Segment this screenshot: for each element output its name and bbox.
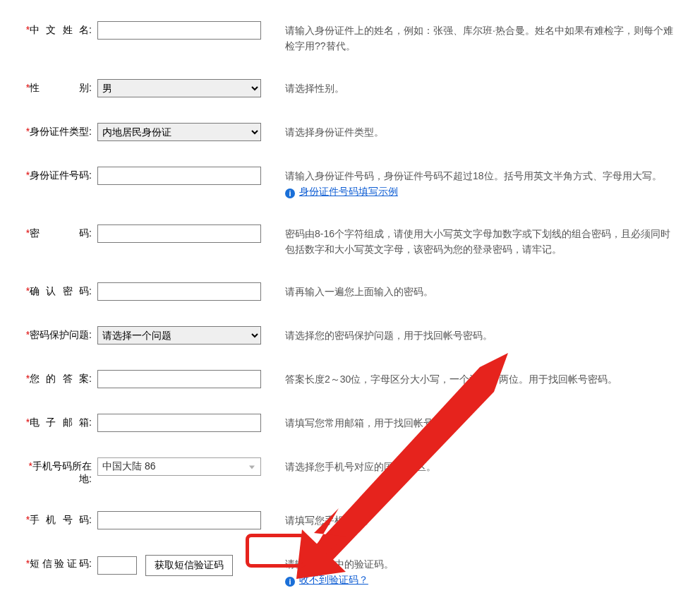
idtype-select[interactable]: 内地居民身份证 bbox=[97, 123, 261, 141]
row-gender: *性别: 男 请选择性别。 bbox=[21, 79, 700, 97]
row-idtype: *身份证件类型: 内地居民身份证 请选择身份证件类型。 bbox=[21, 123, 700, 141]
question-select[interactable]: 请选择一个问题 bbox=[97, 326, 261, 345]
label-password: *密码: bbox=[21, 224, 92, 240]
password2-input[interactable] bbox=[97, 282, 261, 301]
gender-select[interactable]: 男 bbox=[97, 79, 261, 97]
hint-password: 密码由8-16个字符组成，请使用大小写英文字母加数字或下划线的组合密码，且必须同… bbox=[285, 224, 680, 257]
info-icon: i bbox=[285, 188, 295, 198]
idnum-example-link[interactable]: 身份证件号码填写示例 bbox=[299, 186, 398, 197]
hint-gender: 请选择性别。 bbox=[285, 79, 344, 96]
hint-idnum: 请输入身份证件号码，身份证件号码不超过18位。括号用英文半角方式、字母用大写。 … bbox=[285, 167, 662, 199]
row-password2: *确认密码: 请再输入一遍您上面输入的密码。 bbox=[21, 282, 700, 301]
label-phone: *手机号码: bbox=[21, 511, 92, 527]
sms-help-link[interactable]: 收不到验证码？ bbox=[299, 574, 368, 585]
email-input[interactable] bbox=[97, 414, 261, 432]
row-idnum: *身份证件号码: 请输入身份证件号码，身份证件号码不超过18位。括号用英文半角方… bbox=[21, 167, 700, 199]
row-name: *中文姓名: 请输入身份证件上的姓名，例如：张强、库尔班·热合曼。姓名中如果有难… bbox=[21, 21, 700, 54]
row-sms: *短信验证码: 获取短信验证码 请输入短信中的验证码。 i 收不到验证码？ bbox=[21, 555, 700, 587]
answer-input[interactable] bbox=[97, 370, 261, 388]
label-password2: *确认密码: bbox=[21, 282, 92, 298]
phone-region-select[interactable]: 中国大陆 86 bbox=[97, 457, 261, 476]
label-phone-region: *手机号码所在地: bbox=[21, 457, 92, 486]
row-phone: *手机号码: 请填写您手机号码。 bbox=[21, 511, 700, 529]
info-icon: i bbox=[285, 577, 295, 587]
hint-name: 请输入身份证件上的姓名，例如：张强、库尔班·热合曼。姓名中如果有难检字，则每个难… bbox=[285, 21, 680, 54]
hint-phone-region: 请选择您手机号对应的国家/地区。 bbox=[285, 457, 436, 474]
row-phone-region: *手机号码所在地: 中国大陆 86 请选择您手机号对应的国家/地区。 bbox=[21, 457, 700, 486]
phone-input[interactable] bbox=[97, 511, 261, 529]
label-sms: *短信验证码: bbox=[21, 555, 92, 570]
label-name: *中文姓名: bbox=[21, 21, 92, 37]
label-idtype: *身份证件类型: bbox=[21, 123, 92, 138]
idnum-input[interactable] bbox=[97, 167, 261, 185]
label-answer: *您的答案: bbox=[21, 370, 92, 385]
hint-password2: 请再输入一遍您上面输入的密码。 bbox=[285, 282, 433, 299]
password-input[interactable] bbox=[97, 224, 261, 243]
hint-phone: 请填写您手机号码。 bbox=[285, 511, 374, 528]
row-answer: *您的答案: 答案长度2～30位，字母区分大小写，一个汉字占两位。用于找回帐号密… bbox=[21, 370, 700, 388]
label-email: *电子邮箱: bbox=[21, 414, 92, 429]
label-question: *密码保护问题: bbox=[21, 326, 92, 342]
label-idnum: *身份证件号码: bbox=[21, 167, 92, 182]
label-gender: *性别: bbox=[21, 79, 92, 95]
sms-input[interactable] bbox=[97, 556, 137, 575]
hint-question: 请选择您的密码保护问题，用于找回帐号密码。 bbox=[285, 326, 493, 343]
hint-sms: 请输入短信中的验证码。 i 收不到验证码？ bbox=[285, 555, 394, 587]
hint-answer: 答案长度2～30位，字母区分大小写，一个汉字占两位。用于找回帐号密码。 bbox=[285, 370, 617, 387]
hint-idtype: 请选择身份证件类型。 bbox=[285, 123, 384, 140]
row-question: *密码保护问题: 请选择一个问题 请选择您的密码保护问题，用于找回帐号密码。 bbox=[21, 326, 700, 345]
row-password: *密码: 密码由8-16个字符组成，请使用大小写英文字母加数字或下划线的组合密码… bbox=[21, 224, 700, 257]
get-sms-button[interactable]: 获取短信验证码 bbox=[145, 555, 233, 576]
hint-email: 请填写您常用邮箱，用于找回帐号密码。 bbox=[285, 414, 463, 431]
row-email: *电子邮箱: 请填写您常用邮箱，用于找回帐号密码。 bbox=[21, 414, 700, 432]
name-input[interactable] bbox=[97, 21, 261, 40]
